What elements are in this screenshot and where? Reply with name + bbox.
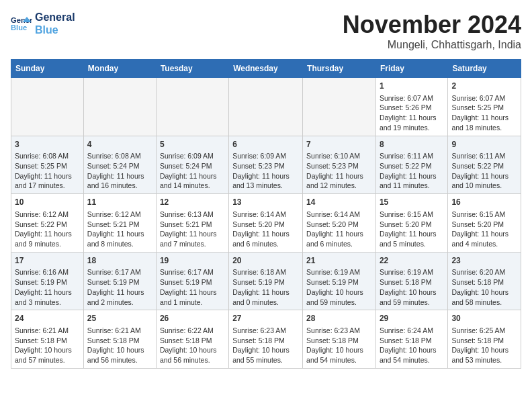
day-cell bbox=[303, 78, 376, 136]
day-cell: 2Sunrise: 6:07 AMSunset: 5:25 PMDaylight… bbox=[448, 78, 521, 136]
day-number: 27 bbox=[232, 313, 299, 324]
day-cell: 23Sunrise: 6:20 AMSunset: 5:18 PMDayligh… bbox=[448, 252, 521, 310]
day-cell: 6Sunrise: 6:09 AMSunset: 5:23 PMDaylight… bbox=[229, 136, 303, 194]
col-header-sunday: Sunday bbox=[11, 60, 84, 78]
day-info: Sunrise: 6:23 AMSunset: 5:18 PMDaylight:… bbox=[306, 326, 363, 364]
day-number: 11 bbox=[87, 197, 152, 208]
day-info: Sunrise: 6:14 AMSunset: 5:20 PMDaylight:… bbox=[232, 210, 290, 248]
header: General Blue General Blue November 2024 … bbox=[11, 11, 521, 51]
day-cell: 11Sunrise: 6:12 AMSunset: 5:21 PMDayligh… bbox=[83, 194, 156, 253]
day-info: Sunrise: 6:25 AMSunset: 5:18 PMDaylight:… bbox=[451, 326, 508, 364]
day-number: 29 bbox=[380, 313, 444, 324]
day-cell bbox=[83, 78, 156, 136]
day-number: 30 bbox=[451, 313, 517, 324]
calendar-table: SundayMondayTuesdayWednesdayThursdayFrid… bbox=[11, 59, 521, 369]
day-number: 15 bbox=[380, 197, 444, 208]
logo: General Blue General Blue bbox=[11, 11, 75, 36]
day-info: Sunrise: 6:17 AMSunset: 5:19 PMDaylight:… bbox=[160, 268, 217, 306]
day-info: Sunrise: 6:09 AMSunset: 5:24 PMDaylight:… bbox=[160, 152, 217, 189]
day-number: 4 bbox=[87, 139, 152, 150]
day-cell bbox=[11, 78, 84, 136]
day-number: 25 bbox=[87, 313, 152, 324]
col-header-friday: Friday bbox=[375, 60, 447, 78]
day-number: 18 bbox=[87, 255, 152, 267]
day-cell: 13Sunrise: 6:14 AMSunset: 5:20 PMDayligh… bbox=[229, 194, 303, 253]
week-row-5: 24Sunrise: 6:21 AMSunset: 5:18 PMDayligh… bbox=[11, 310, 521, 369]
day-number: 21 bbox=[306, 255, 372, 267]
day-cell: 3Sunrise: 6:08 AMSunset: 5:25 PMDaylight… bbox=[11, 136, 84, 194]
col-header-wednesday: Wednesday bbox=[229, 60, 303, 78]
day-info: Sunrise: 6:10 AMSunset: 5:23 PMDaylight:… bbox=[306, 152, 363, 189]
day-number: 22 bbox=[380, 255, 444, 267]
day-number: 14 bbox=[306, 197, 372, 208]
day-info: Sunrise: 6:21 AMSunset: 5:18 PMDaylight:… bbox=[87, 326, 144, 364]
day-cell: 21Sunrise: 6:19 AMSunset: 5:19 PMDayligh… bbox=[303, 252, 376, 310]
day-cell bbox=[229, 78, 303, 136]
day-number: 8 bbox=[380, 139, 444, 150]
day-number: 9 bbox=[451, 139, 517, 150]
day-number: 6 bbox=[232, 139, 299, 150]
day-info: Sunrise: 6:07 AMSunset: 5:26 PMDaylight:… bbox=[380, 94, 437, 132]
week-row-3: 10Sunrise: 6:12 AMSunset: 5:22 PMDayligh… bbox=[11, 194, 521, 253]
day-cell: 9Sunrise: 6:11 AMSunset: 5:22 PMDaylight… bbox=[448, 136, 521, 194]
day-cell: 7Sunrise: 6:10 AMSunset: 5:23 PMDaylight… bbox=[303, 136, 376, 194]
day-info: Sunrise: 6:08 AMSunset: 5:24 PMDaylight:… bbox=[87, 152, 144, 189]
week-row-2: 3Sunrise: 6:08 AMSunset: 5:25 PMDaylight… bbox=[11, 136, 521, 194]
day-info: Sunrise: 6:20 AMSunset: 5:18 PMDaylight:… bbox=[451, 268, 508, 306]
day-number: 7 bbox=[306, 139, 372, 150]
day-cell: 28Sunrise: 6:23 AMSunset: 5:18 PMDayligh… bbox=[303, 310, 376, 369]
svg-text:Blue: Blue bbox=[11, 24, 27, 32]
day-number: 28 bbox=[306, 313, 372, 324]
col-header-tuesday: Tuesday bbox=[156, 60, 228, 78]
day-info: Sunrise: 6:15 AMSunset: 5:20 PMDaylight:… bbox=[380, 210, 437, 248]
day-info: Sunrise: 6:12 AMSunset: 5:21 PMDaylight:… bbox=[87, 210, 144, 248]
title-area: November 2024 Mungeli, Chhattisgarh, Ind… bbox=[343, 11, 521, 51]
day-info: Sunrise: 6:22 AMSunset: 5:18 PMDaylight:… bbox=[160, 326, 217, 364]
day-cell: 18Sunrise: 6:17 AMSunset: 5:19 PMDayligh… bbox=[83, 252, 156, 310]
day-number: 17 bbox=[15, 255, 80, 267]
day-cell: 19Sunrise: 6:17 AMSunset: 5:19 PMDayligh… bbox=[156, 252, 228, 310]
day-info: Sunrise: 6:16 AMSunset: 5:19 PMDaylight:… bbox=[15, 268, 72, 306]
day-info: Sunrise: 6:13 AMSunset: 5:21 PMDaylight:… bbox=[160, 210, 217, 248]
day-cell: 29Sunrise: 6:24 AMSunset: 5:18 PMDayligh… bbox=[375, 310, 447, 369]
day-number: 12 bbox=[160, 197, 225, 208]
day-cell: 24Sunrise: 6:21 AMSunset: 5:18 PMDayligh… bbox=[11, 310, 84, 369]
day-info: Sunrise: 6:19 AMSunset: 5:18 PMDaylight:… bbox=[380, 268, 437, 306]
day-info: Sunrise: 6:09 AMSunset: 5:23 PMDaylight:… bbox=[232, 152, 290, 189]
day-info: Sunrise: 6:12 AMSunset: 5:22 PMDaylight:… bbox=[15, 210, 72, 248]
day-info: Sunrise: 6:18 AMSunset: 5:19 PMDaylight:… bbox=[232, 268, 290, 306]
day-info: Sunrise: 6:11 AMSunset: 5:22 PMDaylight:… bbox=[451, 152, 508, 189]
day-number: 19 bbox=[160, 255, 225, 267]
day-number: 5 bbox=[160, 139, 225, 150]
day-cell: 14Sunrise: 6:14 AMSunset: 5:20 PMDayligh… bbox=[303, 194, 376, 253]
day-info: Sunrise: 6:07 AMSunset: 5:25 PMDaylight:… bbox=[451, 94, 508, 132]
day-number: 10 bbox=[15, 197, 80, 208]
day-info: Sunrise: 6:24 AMSunset: 5:18 PMDaylight:… bbox=[380, 326, 437, 364]
day-number: 23 bbox=[451, 255, 517, 267]
day-info: Sunrise: 6:21 AMSunset: 5:18 PMDaylight:… bbox=[15, 326, 72, 364]
day-cell: 4Sunrise: 6:08 AMSunset: 5:24 PMDaylight… bbox=[83, 136, 156, 194]
day-cell: 22Sunrise: 6:19 AMSunset: 5:18 PMDayligh… bbox=[375, 252, 447, 310]
day-number: 26 bbox=[160, 313, 225, 324]
day-info: Sunrise: 6:23 AMSunset: 5:18 PMDaylight:… bbox=[232, 326, 290, 364]
day-info: Sunrise: 6:14 AMSunset: 5:20 PMDaylight:… bbox=[306, 210, 363, 248]
day-cell: 5Sunrise: 6:09 AMSunset: 5:24 PMDaylight… bbox=[156, 136, 228, 194]
day-cell: 20Sunrise: 6:18 AMSunset: 5:19 PMDayligh… bbox=[229, 252, 303, 310]
header-row: SundayMondayTuesdayWednesdayThursdayFrid… bbox=[11, 60, 521, 78]
day-info: Sunrise: 6:19 AMSunset: 5:19 PMDaylight:… bbox=[306, 268, 363, 306]
day-cell: 27Sunrise: 6:23 AMSunset: 5:18 PMDayligh… bbox=[229, 310, 303, 369]
day-cell: 12Sunrise: 6:13 AMSunset: 5:21 PMDayligh… bbox=[156, 194, 228, 253]
week-row-1: 1Sunrise: 6:07 AMSunset: 5:26 PMDaylight… bbox=[11, 78, 521, 136]
day-cell: 26Sunrise: 6:22 AMSunset: 5:18 PMDayligh… bbox=[156, 310, 228, 369]
day-number: 1 bbox=[380, 81, 444, 92]
day-cell: 30Sunrise: 6:25 AMSunset: 5:18 PMDayligh… bbox=[448, 310, 521, 369]
location: Mungeli, Chhattisgarh, India bbox=[343, 39, 521, 51]
logo-text-general: General bbox=[35, 11, 75, 24]
day-cell: 10Sunrise: 6:12 AMSunset: 5:22 PMDayligh… bbox=[11, 194, 84, 253]
week-row-4: 17Sunrise: 6:16 AMSunset: 5:19 PMDayligh… bbox=[11, 252, 521, 310]
day-info: Sunrise: 6:08 AMSunset: 5:25 PMDaylight:… bbox=[15, 152, 72, 189]
day-info: Sunrise: 6:15 AMSunset: 5:20 PMDaylight:… bbox=[451, 210, 508, 248]
day-cell: 15Sunrise: 6:15 AMSunset: 5:20 PMDayligh… bbox=[375, 194, 447, 253]
logo-icon: General Blue bbox=[11, 14, 32, 33]
month-title: November 2024 bbox=[343, 11, 521, 39]
